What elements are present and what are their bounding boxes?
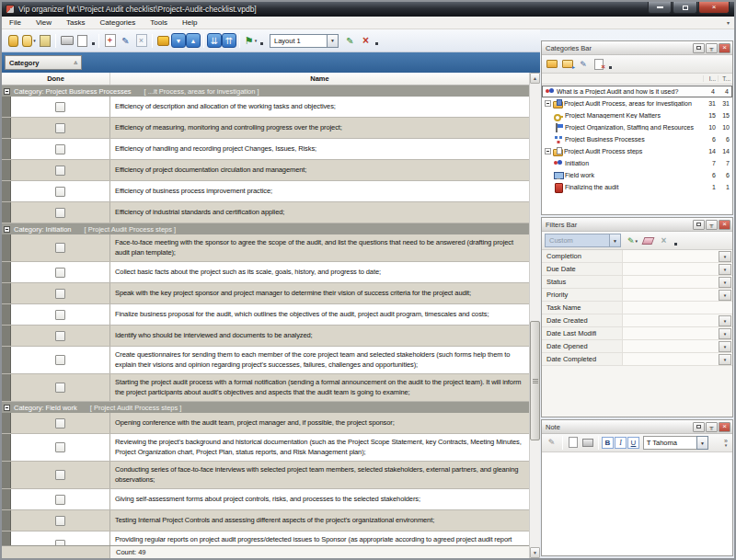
filter-dropdown-button[interactable]: ▾ [719,354,731,365]
task-name[interactable]: Efficiency of project documentation circ… [109,160,529,180]
toolbar-overflow-icon[interactable] [259,34,264,47]
scrollbar-thumb[interactable] [530,321,540,440]
task-checkbox[interactable] [55,102,65,112]
maximize-button[interactable] [673,2,697,14]
tree-item[interactable]: Project Audit Process, areas for investi… [542,97,732,109]
task-checkbox[interactable] [55,187,65,197]
note-content[interactable] [542,452,732,555]
panel-pin-button[interactable]: ╥ [706,422,718,432]
filter-dropdown-button[interactable]: ▾ [719,315,731,326]
collapse-group-icon[interactable] [4,405,10,411]
task-row[interactable]: Collect basic facts about the project su… [2,262,529,283]
tree-item[interactable]: Project Audit Process steps1414 [542,145,732,157]
group-header[interactable]: Category: Initiation[ Project Audit Proc… [2,223,529,234]
delete-layout-button[interactable] [358,33,374,49]
note-toolbar-overflow[interactable]: »▾ [724,439,730,448]
group-header[interactable]: Category: Field work[ Project Audit Proc… [2,402,529,413]
filter-dropdown-button[interactable]: ▾ [719,290,731,301]
task-checkbox[interactable] [55,355,65,365]
edit-task-button[interactable] [118,33,133,49]
task-row[interactable]: Testing Internal Project Controls and as… [2,510,529,531]
task-row[interactable]: Efficiency of handling and recording pro… [2,139,529,160]
tree-item[interactable]: Field work66 [542,169,732,181]
collapse-group-icon[interactable] [4,88,10,95]
task-name[interactable]: Reviewing the project's background and h… [109,434,529,461]
task-checkbox[interactable] [55,470,65,480]
delete-category-button[interactable] [592,58,606,71]
tree-item[interactable]: Finalizing the audit11 [542,181,732,193]
panel-restore-button[interactable] [693,220,705,230]
print-preview-button[interactable] [75,33,90,49]
tree-item[interactable]: Project Business Processes66 [542,133,732,145]
filter-dropdown-button[interactable]: ▾ [719,341,731,352]
menu-item-tools[interactable]: Tools [143,17,175,29]
layout-combo[interactable]: Layout 1▼ [270,34,339,48]
task-checkbox[interactable] [55,144,65,154]
panel-close-button[interactable]: × [719,422,730,432]
collapse-all-button[interactable] [222,33,236,48]
vertical-scrollbar[interactable]: ▲ ▼ [529,73,540,558]
task-row[interactable]: Conducting series of face-to-face interv… [2,462,529,489]
move-down-button[interactable] [171,33,186,48]
edit-note-button[interactable] [545,436,558,449]
filter-dropdown-button[interactable]: ▾ [719,264,731,275]
new-category-button[interactable] [545,58,559,71]
customize-layout-button[interactable] [342,33,358,49]
new-database-button[interactable] [6,33,21,49]
column-header-name[interactable]: Name [110,73,529,85]
flag-dropdown-icon[interactable]: ▾ [255,38,258,43]
open-database-dropdown-icon[interactable]: ▾ [33,38,36,43]
task-checkbox[interactable] [55,166,65,176]
clear-filter-button[interactable] [641,234,655,247]
apply-filter-button[interactable]: ▾ [626,234,639,247]
task-row[interactable]: Efficiency of description and allocation… [2,97,529,118]
expand-all-button[interactable] [207,33,222,48]
task-checkbox[interactable] [55,495,65,505]
task-checkbox[interactable] [55,331,65,341]
menu-overflow-icon[interactable]: ▾ [727,19,730,26]
print-button[interactable] [59,33,75,49]
collapse-node-icon[interactable] [545,148,551,154]
task-checkbox[interactable] [55,383,65,393]
task-name[interactable]: Efficiency of industrial standards and c… [109,202,529,223]
task-checkbox[interactable] [55,123,65,133]
task-row[interactable]: Efficiency of project documentation circ… [2,160,529,181]
task-name[interactable]: Face-to-face meeting with the sponsor to… [109,234,529,261]
new-subcategory-button[interactable] [560,58,575,71]
filter-preset-dropdown-icon[interactable]: ▼ [609,234,621,247]
task-name[interactable]: Giving self-assessment forms about proje… [109,489,529,509]
task-name[interactable]: Conducting series of face-to-face interv… [109,462,529,488]
close-button[interactable]: × [698,2,730,14]
category-sort-button[interactable]: Category ▵ [5,55,82,70]
task-name[interactable]: Opening conference with the audit team, … [109,413,529,433]
column-header-done[interactable]: Done [2,73,110,85]
panel-pin-button[interactable]: ╥ [706,220,718,230]
menu-item-file[interactable]: File [2,17,29,29]
filter-dropdown-button[interactable]: ▾ [719,251,731,262]
panel-close-button[interactable]: × [719,220,730,230]
task-row[interactable]: Starting the project audit process with … [2,374,529,402]
filter-preset-combo[interactable]: Custom ▼ [545,234,621,247]
task-row[interactable]: Efficiency of measuring, monitoring and … [2,118,529,139]
complete-task-button[interactable] [155,33,171,49]
layout-dropdown-icon[interactable]: ▼ [327,34,339,48]
tree-column-1[interactable]: I... [703,75,718,82]
task-row[interactable]: Opening conference with the audit team, … [2,413,529,434]
task-name[interactable]: Finalize business proposal for the audit… [109,304,529,325]
collapse-node-icon[interactable] [545,100,551,107]
task-name[interactable]: Efficiency of business process improveme… [109,181,529,201]
task-row[interactable]: Giving self-assessment forms about proje… [2,489,529,510]
group-header[interactable]: Category: Project Business Processes[ ..… [2,86,529,97]
filter-dropdown-button[interactable]: ▾ [719,328,731,339]
task-checkbox[interactable] [55,310,65,320]
scroll-down-button[interactable]: ▼ [530,547,540,558]
filter-dropdown-button[interactable]: ▾ [719,277,731,288]
task-row[interactable]: Speak with the key project sponsor and p… [2,283,529,304]
task-name[interactable]: Collect basic facts about the project su… [109,262,529,282]
flag-dropdown-button[interactable]: ▾ [243,33,259,49]
menu-item-categories[interactable]: Categories [93,17,144,29]
insert-object-button[interactable] [566,436,580,449]
scrollbar-track[interactable] [530,84,540,547]
font-dropdown-icon[interactable]: ▼ [696,436,708,450]
task-row[interactable]: Efficiency of industrial standards and c… [2,202,529,223]
